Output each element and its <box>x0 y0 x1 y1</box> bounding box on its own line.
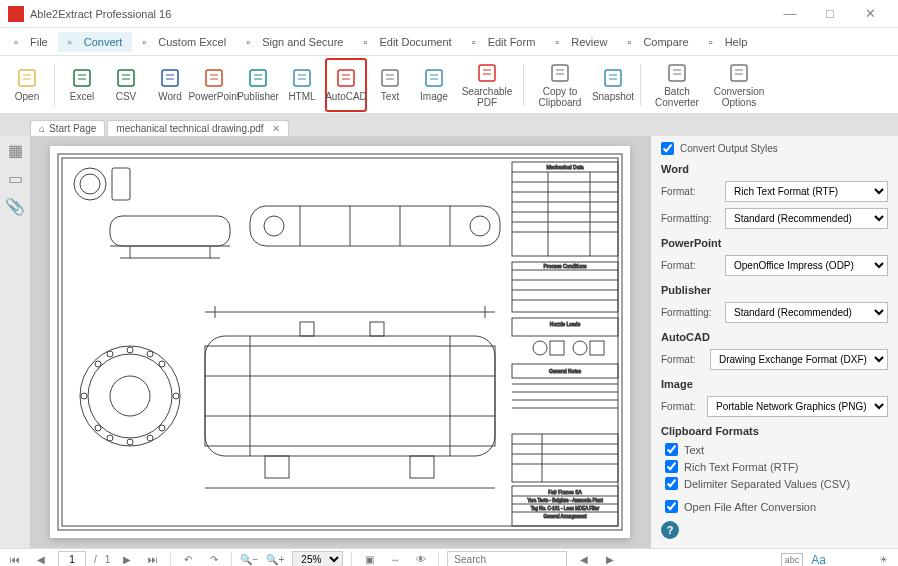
rotate-right-button[interactable]: ↷ <box>205 551 223 567</box>
brightness-icon[interactable]: ☀ <box>874 551 892 567</box>
ribbon-label: Searchable PDF <box>457 86 517 108</box>
page-number-input[interactable] <box>58 551 86 566</box>
excel-button[interactable]: Excel <box>61 58 103 112</box>
snapshot-button[interactable]: Snapshot <box>592 58 634 112</box>
batch-converter-button[interactable]: Batch Converter <box>647 58 707 112</box>
chk-rtf[interactable] <box>665 460 678 473</box>
maximize-button[interactable]: □ <box>810 0 850 28</box>
chk-text-label: Text <box>684 444 704 456</box>
csv-button[interactable]: CSV <box>105 58 147 112</box>
doc-tab[interactable]: ⌂Start Page <box>30 120 105 136</box>
prev-page-button[interactable]: ◀ <box>32 551 50 567</box>
help-icon: ▫ <box>709 36 721 48</box>
word-format-select[interactable]: Rich Text Format (RTF) <box>725 181 888 202</box>
minimize-button[interactable]: — <box>770 0 810 28</box>
menu-review[interactable]: ▫Review <box>545 32 617 52</box>
last-page-button[interactable]: ⏭ <box>144 551 162 567</box>
app-icon <box>8 6 24 22</box>
search-input[interactable] <box>447 551 567 566</box>
home-icon: ⌂ <box>39 123 45 134</box>
menu-edit-document[interactable]: ▫Edit Document <box>353 32 461 52</box>
close-button[interactable]: ✕ <box>850 0 890 28</box>
menu-custom-excel[interactable]: ▫Custom Excel <box>132 32 236 52</box>
doc-tab[interactable]: mechanical technical drawing.pdf✕ <box>107 120 288 136</box>
aa-toggle[interactable]: Aa <box>811 553 826 567</box>
panel-icon[interactable]: ▭ <box>5 168 25 188</box>
zoom-out-button[interactable]: 🔍− <box>240 551 258 567</box>
pdf-page: Mechanical Data Process Conditions Nozzl… <box>50 146 630 538</box>
menu-label: Custom Excel <box>158 36 226 48</box>
view-mode-icon[interactable]: 👁 <box>412 551 430 567</box>
image-button[interactable]: Image <box>413 58 455 112</box>
header-checkbox[interactable] <box>661 142 674 155</box>
menu-sign-and-secure[interactable]: ▫Sign and Secure <box>236 32 353 52</box>
ribbon-label: Copy to Clipboard <box>530 86 590 108</box>
menu-edit-form[interactable]: ▫Edit Form <box>462 32 546 52</box>
app-title: Able2Extract Professional 16 <box>30 8 770 20</box>
chk-text[interactable] <box>665 443 678 456</box>
tab-label: mechanical technical drawing.pdf <box>116 123 263 134</box>
publisher-button[interactable]: Publisher <box>237 58 279 112</box>
zoom-in-button[interactable]: 🔍+ <box>266 551 284 567</box>
page-total: 1 <box>105 554 111 565</box>
help-icon[interactable]: ? <box>661 521 679 539</box>
abc-toggle[interactable]: abc <box>781 553 804 567</box>
menu-label: Sign and Secure <box>262 36 343 48</box>
menu-label: Review <box>571 36 607 48</box>
html-button[interactable]: HTML <box>281 58 323 112</box>
svg-text:Process Conditions: Process Conditions <box>543 263 587 269</box>
ribbon-label: Text <box>381 91 399 102</box>
svg-rect-9 <box>162 70 178 86</box>
svg-point-74 <box>147 351 153 357</box>
fit-width-icon[interactable]: ↔ <box>386 551 404 567</box>
autocad-format-select[interactable]: Drawing Exchange Format (DXF) <box>710 349 888 370</box>
grid-view-icon[interactable]: ▦ <box>5 140 25 160</box>
svg-point-110 <box>533 341 547 355</box>
first-page-button[interactable]: ⏮ <box>6 551 24 567</box>
svg-point-63 <box>88 354 172 438</box>
text-icon <box>379 67 401 89</box>
powerpoint-button[interactable]: PowerPoint <box>193 58 235 112</box>
searchable-pdf-button[interactable]: Searchable PDF <box>457 58 517 112</box>
chk-csv[interactable] <box>665 477 678 490</box>
svg-point-76 <box>147 435 153 441</box>
word-button[interactable]: Word <box>149 58 191 112</box>
search-prev-button[interactable]: ◀ <box>575 551 593 567</box>
document-viewport[interactable]: Mechanical Data Process Conditions Nozzl… <box>30 136 650 548</box>
conversion-options-button[interactable]: Conversion Options <box>709 58 769 112</box>
csv-icon <box>115 67 137 89</box>
menu-help[interactable]: ▫Help <box>699 32 758 52</box>
zoom-select[interactable]: 25% <box>292 551 343 566</box>
svg-rect-49 <box>112 168 130 200</box>
copy-clipboard-button[interactable]: Copy to Clipboard <box>530 58 590 112</box>
svg-rect-30 <box>479 65 495 81</box>
svg-point-56 <box>264 216 284 236</box>
search-next-button[interactable]: ▶ <box>601 551 619 567</box>
chk-open-after[interactable] <box>665 500 678 513</box>
conversion-options-icon <box>728 62 750 84</box>
autocad-button[interactable]: AutoCAD <box>325 58 367 112</box>
svg-text:Fair France SA: Fair France SA <box>548 489 582 495</box>
ppt-format-label: Format: <box>661 260 719 271</box>
word-formatting-select[interactable]: Standard (Recommended) <box>725 208 888 229</box>
ribbon-label: CSV <box>116 91 137 102</box>
open-icon <box>16 67 38 89</box>
ribbon-label: Word <box>158 91 182 102</box>
svg-text:General Notes: General Notes <box>549 368 582 374</box>
menu-file[interactable]: ▫File <box>4 32 58 52</box>
menu-compare[interactable]: ▫Compare <box>617 32 698 52</box>
ribbon-label: Batch Converter <box>647 86 707 108</box>
fit-page-icon[interactable]: ▣ <box>360 551 378 567</box>
tab-close-icon[interactable]: ✕ <box>272 123 280 134</box>
image-format-select[interactable]: Portable Network Graphics (PNG) <box>707 396 888 417</box>
ppt-format-select[interactable]: OpenOffice Impress (ODP) <box>725 255 888 276</box>
pub-formatting-select[interactable]: Standard (Recommended) <box>725 302 888 323</box>
next-page-button[interactable]: ▶ <box>118 551 136 567</box>
rotate-left-button[interactable]: ↶ <box>179 551 197 567</box>
attachment-icon[interactable]: 📎 <box>5 196 25 216</box>
svg-rect-27 <box>426 70 442 86</box>
text-button[interactable]: Text <box>369 58 411 112</box>
menu-convert[interactable]: ▫Convert <box>58 32 133 52</box>
open-button[interactable]: Open <box>6 58 48 112</box>
ribbon-label: Open <box>15 91 39 102</box>
